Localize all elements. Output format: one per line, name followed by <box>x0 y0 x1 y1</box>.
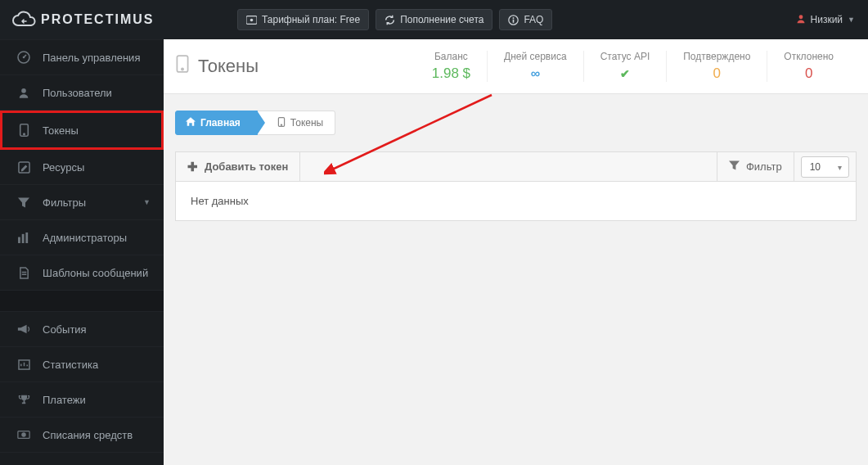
user-icon <box>16 86 31 99</box>
svg-rect-13 <box>21 233 24 242</box>
svg-point-21 <box>281 124 281 125</box>
sidebar-item-tokens[interactable]: Токены <box>0 111 164 150</box>
add-token-button[interactable]: ✚ Добавить токен <box>176 152 300 181</box>
sidebar-item-label: Фильтры <box>43 196 86 209</box>
svg-point-19 <box>182 69 183 70</box>
caret-down-icon: ▼ <box>848 16 855 24</box>
faq-label: FAQ <box>524 14 543 25</box>
dashboard-icon <box>16 51 31 64</box>
breadcrumb-current-label: Токены <box>290 117 323 129</box>
stat-value: ∞ <box>504 65 567 82</box>
page-size-select[interactable]: 10 <box>801 156 849 178</box>
sidebar-item-users[interactable]: Пользователи <box>0 75 164 111</box>
header-stats: Баланс1.98 $Дней сервиса∞Статус API✔Подт… <box>416 51 850 82</box>
breadcrumb-current: Токены <box>258 111 335 135</box>
filter-icon <box>16 196 31 209</box>
megaphone-icon <box>16 323 31 336</box>
infinity-icon: ∞ <box>531 66 540 80</box>
page-title-text: Токены <box>198 56 259 77</box>
stat-rejected: Отклонено0 <box>767 51 850 82</box>
stat-api: Статус API✔ <box>583 51 667 82</box>
sidebar-item-templates[interactable]: Шаблоны сообщений <box>0 255 164 291</box>
top-buttons: Тарифный план: Free Пополнение счета FAQ <box>237 9 552 30</box>
page-size-control: 10 <box>794 152 856 181</box>
stat-balance: Баланс1.98 $ <box>416 51 487 82</box>
refresh-icon <box>385 15 395 25</box>
sidebar-item-label: Списания средств <box>43 429 133 441</box>
sidebar-item-payments[interactable]: Платежи <box>0 382 164 418</box>
brand-text: PROTECTIMUS <box>41 12 154 27</box>
tablet-icon <box>277 117 286 129</box>
toolbar: ✚ Добавить токен Фильтр 10 <box>175 151 857 182</box>
stat-days: Дней сервиса∞ <box>487 51 583 82</box>
sidebar-item-stats[interactable]: Статистика <box>0 347 164 382</box>
svg-rect-12 <box>18 237 20 242</box>
sidebar-item-events[interactable]: События <box>0 312 164 347</box>
sidebar-item-charges[interactable]: Списания средств <box>0 418 164 453</box>
filter-icon <box>729 160 740 173</box>
sidebar-item-label: Шаблоны сообщений <box>43 267 148 279</box>
stat-value: 1.98 $ <box>432 65 470 82</box>
chart-icon <box>16 358 31 371</box>
stat-value: ✔ <box>600 65 650 82</box>
svg-rect-4 <box>513 17 515 19</box>
main: Токены Баланс1.98 $Дней сервиса∞Статус A… <box>164 39 868 465</box>
svg-rect-14 <box>25 232 28 243</box>
svg-point-17 <box>22 433 25 436</box>
sidebar-item-dashboard[interactable]: Панель управления <box>0 39 164 75</box>
topup-button[interactable]: Пополнение счета <box>376 9 492 30</box>
trophy-icon <box>16 393 31 406</box>
user-menu[interactable]: Низкий ▼ <box>791 14 860 26</box>
money-icon <box>246 15 257 25</box>
sidebar-item-label: События <box>43 323 87 336</box>
svg-point-10 <box>23 133 25 135</box>
stat-value: 0 <box>784 65 834 82</box>
plus-icon: ✚ <box>187 160 198 173</box>
sidebar-item-label: Платежи <box>43 394 86 406</box>
svg-rect-3 <box>513 19 515 22</box>
stat-value: 0 <box>683 65 750 82</box>
breadcrumb-home[interactable]: Главная <box>175 111 258 135</box>
sidebar-item-admins[interactable]: Администраторы <box>0 220 164 255</box>
user-icon <box>796 14 806 26</box>
page-header: Токены Баланс1.98 $Дней сервиса∞Статус A… <box>164 39 868 94</box>
tablet-icon <box>16 124 31 137</box>
page-title: Токены <box>175 55 259 78</box>
sidebar-item-label: Статистика <box>43 359 98 371</box>
file-icon <box>16 266 31 279</box>
stat-label: Дней сервиса <box>504 51 567 62</box>
breadcrumb-home-label: Главная <box>200 117 241 129</box>
filter-label: Фильтр <box>746 160 782 173</box>
topbar: PROTECTIMUS Тарифный план: Free Пополнен… <box>0 0 868 39</box>
sidebar-item-label: Панель управления <box>43 52 140 64</box>
bars-icon <box>16 231 31 244</box>
money-icon <box>16 428 31 441</box>
plan-button[interactable]: Тарифный план: Free <box>237 9 369 30</box>
svg-point-5 <box>798 15 803 19</box>
svg-point-8 <box>21 88 26 93</box>
sidebar-item-resources[interactable]: Ресурсы <box>0 150 164 185</box>
tablet-icon <box>175 55 190 78</box>
check-icon: ✔ <box>620 67 630 80</box>
caret-down-icon: ▼ <box>143 198 151 206</box>
sidebar-item-label: Токены <box>43 124 79 137</box>
sidebar-item-label: Ресурсы <box>43 161 84 174</box>
stat-label: Статус API <box>600 51 650 62</box>
user-name: Низкий <box>811 14 843 25</box>
page-size-value: 10 <box>810 161 821 173</box>
add-token-label: Добавить токен <box>205 160 288 173</box>
sidebar: Панель управленияПользователиТокеныРесур… <box>0 39 164 465</box>
empty-state-text: Нет данных <box>191 195 249 207</box>
table-content: Нет данных <box>175 182 857 221</box>
cloud-logo-icon <box>11 11 36 29</box>
sidebar-item-label: Администраторы <box>43 232 127 244</box>
filter-button[interactable]: Фильтр <box>717 152 794 181</box>
svg-point-1 <box>250 18 254 21</box>
brand-logo[interactable]: PROTECTIMUS <box>0 0 164 39</box>
home-icon <box>186 117 196 129</box>
stat-label: Баланс <box>432 51 470 62</box>
breadcrumb: Главная Токены <box>164 94 868 147</box>
sidebar-item-filters[interactable]: Фильтры▼ <box>0 185 164 220</box>
sidebar-item-label: Пользователи <box>43 87 112 99</box>
faq-button[interactable]: FAQ <box>499 9 552 30</box>
